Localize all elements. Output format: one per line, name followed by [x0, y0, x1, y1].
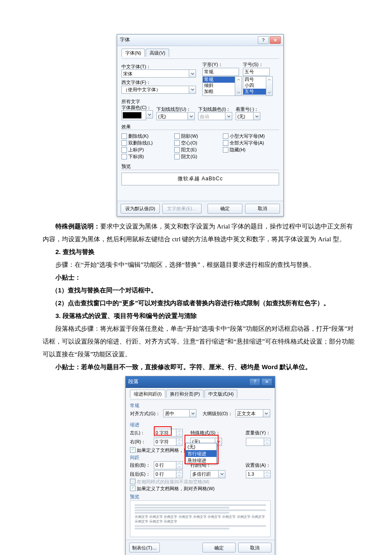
checkbox-subscript[interactable]: 下标(B): [121, 153, 168, 160]
tip-item: （1）查找与替换在同一个对话框中。: [43, 284, 358, 297]
label-underline: 下划线线型(U)：: [156, 106, 195, 112]
font-color-input[interactable]: [121, 110, 146, 120]
dropdown-option[interactable]: 悬挂缩进: [186, 457, 216, 464]
tab-line-page[interactable]: 换行和分页(P): [166, 390, 204, 398]
checkbox-hidden[interactable]: 隐藏(H): [223, 146, 278, 153]
chevron-down-icon[interactable]: [219, 470, 225, 478]
align-input[interactable]: 居中: [163, 409, 190, 417]
help-icon[interactable]: ?: [258, 36, 269, 44]
close-icon[interactable]: ✕: [261, 378, 272, 386]
label-preview: 预览: [121, 163, 279, 169]
checkbox-outline[interactable]: 空心(O): [174, 139, 217, 146]
size-input[interactable]: 五号: [243, 68, 270, 76]
close-icon[interactable]: ✕: [270, 36, 281, 44]
chevron-down-icon[interactable]: [189, 86, 196, 94]
indent-right-input[interactable]: 0 字符: [154, 438, 176, 446]
space-after-input[interactable]: 0 行: [154, 470, 176, 478]
color-swatch-black: [123, 112, 141, 119]
font-dialog-title: 字体: [120, 37, 258, 43]
ok-button[interactable]: 确定: [202, 543, 236, 552]
chevron-down-icon[interactable]: [146, 110, 153, 119]
setvalue-input[interactable]: 1.3: [246, 470, 264, 478]
spinner[interactable]: [176, 461, 183, 469]
spinner[interactable]: [264, 470, 271, 478]
checkbox-allcaps[interactable]: 全部大写字母(A): [223, 139, 278, 146]
label-metric: 度量值(Y)：: [245, 430, 271, 436]
outline-input[interactable]: 正文文本: [235, 409, 263, 417]
underline-input[interactable]: (无): [156, 112, 188, 120]
set-default-button[interactable]: 设为默认值(D): [121, 204, 160, 214]
label-align: 对齐方式(G)：: [130, 410, 161, 416]
section-indent: 缩进: [130, 422, 271, 428]
spin-up-icon: [176, 429, 182, 433]
paragraph-dialog-titlebar[interactable]: 段落 ? ✕: [126, 376, 275, 388]
section-preview: 预览: [130, 494, 271, 500]
linespace-input[interactable]: 多倍行距: [190, 470, 219, 478]
text-effects-button[interactable]: 文字效果(E)…: [162, 204, 202, 214]
spin-down-icon: [176, 442, 182, 445]
tab-indent-spacing[interactable]: 缩进和间距(I): [130, 390, 165, 398]
tip-label: 小贴士：: [43, 271, 358, 284]
chevron-down-icon[interactable]: [188, 112, 195, 120]
checkbox-emboss[interactable]: 阳文(E): [174, 146, 217, 153]
label-size: 字号(S)：: [243, 61, 277, 67]
paragraph: 步骤：在“开始”选项卡中“编辑”功能区，选择“替换”，根据题目要求进行相应的查找…: [43, 258, 358, 271]
spinner[interactable]: [176, 470, 183, 478]
cancel-button[interactable]: 取消: [245, 204, 280, 214]
dropdown-option[interactable]: 首行缩进: [186, 450, 216, 457]
tabstops-button[interactable]: 制表位(T)…: [129, 543, 160, 552]
tab-asian[interactable]: 中文版式(H): [205, 390, 237, 398]
paragraph-dialog: 段落 ? ✕ 缩进和间距(I) 换行和分页(P) 中文版式(H) 常规 对齐方式…: [125, 376, 275, 555]
label-setvalue: 设置值(A)：: [245, 462, 271, 468]
paragraph-preview: 示例文字 示例文字 示例文字 示例文字 示例文字 示例文字 示例文字 示例文字 …: [130, 500, 271, 537]
chevron-down-icon[interactable]: [190, 409, 196, 417]
indent-left-input[interactable]: 0 字符: [154, 429, 176, 437]
spinner[interactable]: [176, 438, 183, 446]
size-option[interactable]: 小四: [243, 83, 266, 89]
font-dialog-titlebar[interactable]: 字体 ? ✕: [117, 35, 283, 46]
checkbox-engrave[interactable]: 阴文(G): [174, 153, 217, 160]
label-special: 特殊格式(S)：: [190, 430, 220, 436]
label-left: 左(L)：: [130, 430, 151, 436]
checkbox-smallcaps[interactable]: 小型大写字母(M): [223, 133, 278, 139]
tab-font[interactable]: 字体(N): [121, 49, 145, 57]
space-before-input[interactable]: 0 行: [154, 461, 176, 469]
checkbox-double-strike[interactable]: 双删除线(L): [121, 139, 168, 146]
spinner[interactable]: [264, 438, 271, 446]
scrollbar[interactable]: [235, 76, 242, 96]
chevron-down-icon[interactable]: [263, 409, 270, 417]
scrollbar[interactable]: [266, 76, 273, 96]
checkbox-strike[interactable]: 删除线(K): [121, 133, 168, 139]
cn-font-input[interactable]: 宋体: [121, 69, 189, 78]
underline-color-input[interactable]: 自动: [198, 112, 225, 120]
emphasis-input[interactable]: (无): [236, 112, 254, 120]
size-listbox[interactable]: 四号 小四 五号: [243, 76, 266, 96]
dropdown-option[interactable]: (无): [186, 443, 216, 450]
chevron-down-icon[interactable]: [189, 69, 196, 78]
checkbox-superscript[interactable]: 上标(P): [121, 146, 168, 153]
checkbox-grid-space[interactable]: 如果定义了文档网格，则对齐网格(W): [130, 485, 271, 492]
size-option[interactable]: 四号: [243, 77, 266, 83]
chevron-down-icon[interactable]: [225, 112, 232, 120]
style-input[interactable]: 常规: [202, 68, 239, 76]
tab-advanced[interactable]: 高级(V): [146, 49, 169, 57]
style-listbox[interactable]: 常规 倾斜 加粗: [202, 76, 235, 96]
help-icon[interactable]: ?: [249, 378, 260, 386]
checkbox-shadow[interactable]: 阴影(W): [174, 133, 217, 139]
style-option[interactable]: 倾斜: [203, 83, 235, 89]
metric-input[interactable]: [246, 438, 264, 446]
emphasis-label: 特殊例题说明：: [55, 223, 100, 230]
spinner[interactable]: [176, 429, 183, 437]
style-option[interactable]: 加粗: [203, 89, 235, 95]
chevron-down-icon[interactable]: [254, 112, 260, 120]
style-option[interactable]: 常规: [203, 77, 235, 83]
paragraph: 段落格式步骤：将光标置于段落任意处，单击“开始”选项卡中“段落”功能区的对话框启…: [43, 322, 358, 361]
label-after: 段后(E)：: [130, 471, 151, 477]
cancel-button[interactable]: 取消: [238, 543, 271, 552]
special-format-dropdown[interactable]: (无) 首行缩进 悬挂缩进: [185, 443, 217, 464]
ok-button[interactable]: 确定: [208, 204, 242, 214]
label-style: 字形(Y)：: [202, 61, 243, 67]
size-option[interactable]: 五号: [243, 89, 266, 95]
west-font-input[interactable]: （使用中文字体）: [121, 86, 189, 94]
section-general: 常规: [130, 402, 271, 408]
